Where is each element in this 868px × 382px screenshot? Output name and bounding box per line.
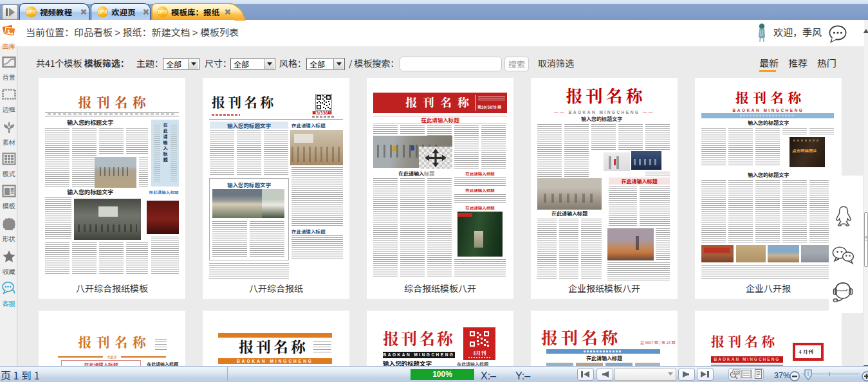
svg-text:100: 100 bbox=[734, 370, 739, 374]
